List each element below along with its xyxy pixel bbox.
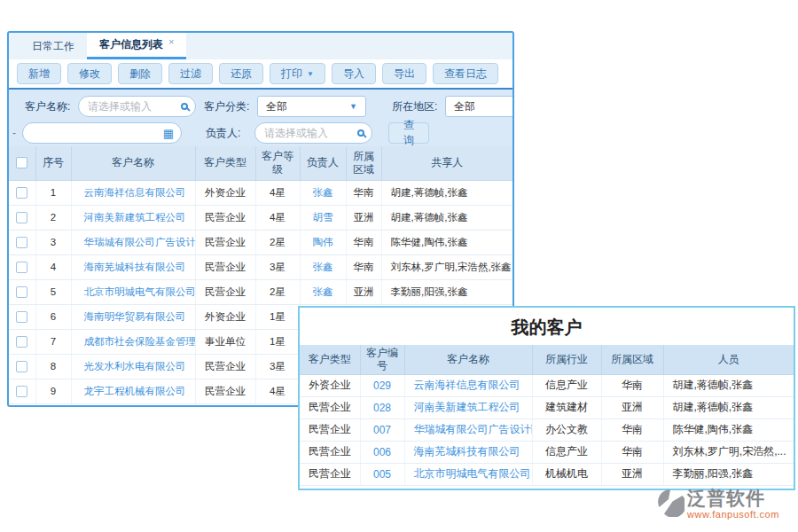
customer-name-link[interactable]: 华瑞城有限公司广告设计部 [414,423,533,435]
manager-field[interactable] [264,127,354,139]
view-log-button[interactable]: 查看日志 [433,63,498,84]
customer-code-link[interactable]: 006 [373,446,391,458]
edit-button[interactable]: 修改 [67,63,112,84]
add-button[interactable]: 新增 [17,63,61,84]
col-header-industry: 所属行业 [532,345,601,374]
date-field[interactable] [32,127,160,139]
manager-link[interactable]: 陶伟 [313,237,333,247]
col-header-customer-type: 客户类型 [300,345,360,374]
tab-label: 日常工作 [32,39,74,54]
shared-users: 李勤丽,阳强,张鑫 [381,279,512,304]
row-checkbox[interactable] [16,361,27,372]
region-select[interactable]: 全部 [445,96,514,117]
table-row[interactable]: 3 华瑞城有限公司广告设计部 民营企业 2星 陶伟 华南 陈华健,陶伟,张鑫 [9,230,512,254]
region: 亚洲 [601,396,663,419]
customer-name-input[interactable] [78,96,196,117]
table-row[interactable]: 4 海南芜城科技有限公司 民营企业 3星 张鑫 华南 刘东林,罗广明,宋浩然,张… [9,254,512,279]
query-button[interactable]: 查询 [388,122,429,144]
row-checkbox[interactable] [16,187,27,199]
col-header-customer-name[interactable]: 客户名称 [71,146,195,180]
customer-code-link[interactable]: 028 [373,402,391,414]
customer-name-link[interactable]: 海南明华贸易有限公司 [84,311,186,322]
col-header-region: 所属区域 [601,345,663,374]
delete-button[interactable]: 删除 [118,63,162,84]
col-header-customer-level[interactable]: 客户等级 [255,146,300,180]
my-customers-panel: 我的客户 客户类型 客户编号 客户名称 所属行业 所属区域 人员 外资企业 02… [298,306,795,490]
manager-link[interactable]: 张鑫 [313,187,333,198]
customer-name-link[interactable]: 海南芜城科技有限公司 [84,262,186,272]
customer-name-link[interactable]: 云南海祥信息有限公司 [414,379,520,391]
col-header-customer-type[interactable]: 客户类型 [195,146,255,180]
filter-button[interactable]: 过滤 [168,63,213,84]
row-checkbox[interactable] [16,336,27,348]
col-header-no[interactable]: 序号 [35,146,71,180]
restore-button[interactable]: 还原 [219,63,263,84]
row-checkbox[interactable] [16,386,27,397]
region: 亚洲 [346,205,381,230]
import-button[interactable]: 导入 [332,63,376,84]
customer-name-link[interactable]: 龙宇工程机械有限公司 [84,386,186,396]
manager-link[interactable]: 胡雪 [313,212,333,223]
customer-name-link[interactable]: 河南美新建筑工程公司 [414,401,520,413]
customer-type: 民营企业 [300,419,360,441]
customer-name-link[interactable]: 云南海祥信息有限公司 [84,187,186,198]
row-checkbox[interactable] [16,212,27,223]
customer-name-link[interactable]: 北京市明城电气有限公司 [84,286,196,297]
row-checkbox[interactable] [16,311,27,323]
print-button[interactable]: 打印 ▼ [270,63,325,84]
date-range-separator: - [12,122,16,144]
fanpu-logo: 泛普软件 www.fanpusoft.com [658,489,779,520]
tab-daily-work[interactable]: 日常工作 [20,33,87,59]
table-row[interactable]: 1 云南海祥信息有限公司 外资企业 4星 张鑫 华南 胡建,蒋德帧,张鑫 [9,180,512,205]
customer-name-link[interactable]: 河南美新建筑工程公司 [84,212,186,223]
customer-level: 3星 [255,254,300,279]
select-all-checkbox[interactable] [16,157,27,168]
customer-code-link[interactable]: 029 [373,379,391,392]
manager-input[interactable] [254,122,372,144]
shared-users: 陈华健,陶伟,张鑫 [381,230,512,254]
manager-link[interactable]: 张鑫 [313,286,333,297]
customer-name-link[interactable]: 北京市明城电气有限公司 [414,467,531,480]
search-icon[interactable] [181,103,188,110]
customer-code-link[interactable]: 007 [373,424,391,436]
customer-category-select[interactable]: 全部 ▼ [257,96,366,117]
table-header-row: 序号 客户名称 客户类型 客户等级 负责人 所属区域 共享人 [9,146,512,180]
customer-type: 民营企业 [195,354,255,379]
table-row[interactable]: 5 北京市明城电气有限公司 民营企业 2星 张鑫 亚洲 李勤丽,阳强,张鑫 [9,279,512,304]
row-checkbox[interactable] [16,237,27,248]
col-header-manager[interactable]: 负责人 [300,146,346,180]
tab-customer-info-list[interactable]: 客户信息列表 × [87,33,186,59]
customer-name-link[interactable]: 光发水利水电有限公司 [84,361,186,372]
row-checkbox[interactable] [16,262,27,273]
shared-users: 刘东林,罗广明,宋浩然,张鑫 [381,254,512,279]
col-header-region[interactable]: 所属区域 [346,146,381,180]
table-row[interactable]: 民营企业 028 河南美新建筑工程公司 建筑建材 亚洲 胡建,蒋德帧,张鑫 [300,396,794,419]
customer-name-link[interactable]: 华瑞城有限公司广告设计部 [84,237,196,247]
calendar-icon[interactable]: ▦ [163,128,174,139]
table-row[interactable]: 2 河南美新建筑工程公司 民营企业 4星 胡雪 亚洲 胡建,蒋德帧,张鑫 [9,205,512,230]
customer-type: 外资企业 [300,374,360,396]
customer-name-field[interactable] [88,100,177,113]
customer-name-link[interactable]: 海南芜城科技有限公司 [414,445,520,458]
customer-type: 外资企业 [195,304,255,329]
search-icon[interactable] [357,129,364,137]
fanpu-logo-icon [658,489,685,520]
row-checkbox[interactable] [16,286,27,298]
table-row[interactable]: 民营企业 005 北京市明城电气有限公司 机械机电 亚洲 李勤丽,阳强,张鑫 [300,463,794,485]
date-input[interactable]: ▦ [22,122,182,144]
toolbar: 新增 修改 删除 过滤 还原 打印 ▼ 导入 导出 查看日志 [9,59,512,90]
col-header-customer-name: 客户名称 [404,345,532,374]
customer-type: 民营企业 [300,396,360,419]
table-row[interactable]: 外资企业 029 云南海祥信息有限公司 信息产业 华南 胡建,蒋德帧,张鑫 [300,374,794,396]
table-row[interactable]: 民营企业 007 华瑞城有限公司广告设计部 办公文教 华南 陈华健,陶伟,张鑫 [300,419,794,441]
customer-code-link[interactable]: 005 [373,468,391,481]
tab-close-icon[interactable]: × [168,36,174,47]
export-button[interactable]: 导出 [382,63,426,84]
manager-link[interactable]: 张鑫 [313,262,333,272]
customer-level: 4星 [255,180,300,205]
table-row[interactable]: 民营企业 006 海南芜城科技有限公司 信息产业 华南 刘东林,罗广明,宋浩然,… [300,441,794,463]
customer-name-link[interactable]: 成都市社会保险基金管理... [84,336,196,347]
customer-level: 1星 [255,304,300,329]
col-header-shared[interactable]: 共享人 [381,146,512,180]
region: 华南 [601,441,663,463]
